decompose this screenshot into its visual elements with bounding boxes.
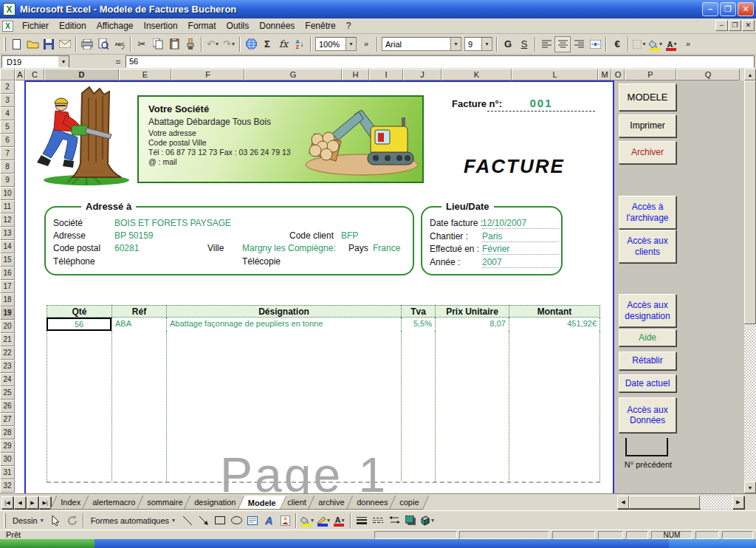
menu-item[interactable]: Format: [183, 19, 221, 32]
print-preview-icon[interactable]: [95, 36, 111, 52]
row-header[interactable]: 5: [0, 120, 15, 134]
shadow-icon[interactable]: [402, 513, 419, 528]
fill-color-icon[interactable]: ▾: [647, 36, 664, 52]
hyperlink-globe-icon[interactable]: [243, 36, 259, 52]
copy-icon[interactable]: [150, 36, 166, 52]
row-header[interactable]: 17: [0, 280, 15, 293]
cut-icon[interactable]: ✂: [134, 36, 150, 52]
row-header[interactable]: 26: [0, 400, 15, 413]
mail-icon[interactable]: [57, 36, 73, 52]
column-header[interactable]: O: [611, 69, 625, 81]
macro-button[interactable]: MODELE: [619, 83, 676, 111]
borders-icon[interactable]: ▾: [631, 36, 647, 52]
underline-icon[interactable]: S: [516, 36, 532, 52]
menu-item[interactable]: Outils: [221, 19, 255, 32]
toolbar-grip[interactable]: [4, 37, 6, 52]
menu-item[interactable]: Fichier: [17, 19, 54, 32]
spelling-icon[interactable]: ABC ✓: [111, 36, 128, 52]
merge-center-icon[interactable]: [587, 36, 603, 52]
text-box-icon[interactable]: [244, 513, 261, 528]
next-sheet-icon[interactable]: ▶: [27, 496, 38, 509]
row-header[interactable]: 28: [0, 426, 15, 439]
arrow-style-icon[interactable]: [386, 513, 402, 528]
align-right-icon[interactable]: [571, 36, 587, 52]
paste-function-icon[interactable]: fx: [275, 36, 292, 52]
name-box[interactable]: D19 ▾: [1, 55, 69, 68]
column-header[interactable]: D: [44, 69, 119, 81]
lieu-date-value[interactable]: 2007: [482, 257, 559, 268]
cell-montant[interactable]: 451,92€: [509, 318, 600, 331]
oval-tool-icon[interactable]: [228, 513, 244, 528]
column-header[interactable]: E: [119, 69, 171, 81]
print-icon[interactable]: [79, 36, 95, 52]
menu-item[interactable]: Affichage: [92, 19, 139, 32]
active-cell-qte[interactable]: 56: [47, 318, 111, 331]
workbook-restore-button[interactable]: ❐: [729, 20, 741, 31]
bold-icon[interactable]: G: [500, 36, 516, 52]
horizontal-scrollbar-track[interactable]: [700, 496, 732, 509]
sort-ascending-icon[interactable]: AZ ↓: [292, 36, 308, 52]
line-tool-icon[interactable]: [179, 513, 196, 528]
column-header[interactable]: P: [625, 69, 676, 81]
horizontal-scrollbar-thumb[interactable]: [629, 496, 700, 509]
font-dropdown-icon[interactable]: ▾: [450, 38, 461, 50]
pays-value[interactable]: France: [373, 243, 400, 253]
column-header[interactable]: J: [403, 69, 441, 81]
macro-button[interactable]: Date actuel: [619, 374, 676, 392]
societe-value[interactable]: BOIS ET FORETS PAYSAGE: [114, 218, 231, 228]
macro-button[interactable]: Accès à l'archivage: [619, 196, 676, 229]
font-color-icon[interactable]: A ▾: [664, 36, 680, 52]
more-buttons-icon[interactable]: »: [680, 36, 696, 52]
row-header[interactable]: 14: [0, 240, 15, 253]
menu-item[interactable]: Insertion: [139, 19, 183, 32]
macro-button[interactable]: Archiver: [619, 141, 676, 164]
row-header[interactable]: 19: [0, 306, 15, 320]
dessin-menu-button[interactable]: Dessin▾: [8, 514, 48, 527]
cell-designation[interactable]: Abattage façonnage de peupliers en tonne: [166, 318, 401, 331]
minimize-button[interactable]: –: [702, 2, 718, 16]
new-icon[interactable]: [8, 36, 24, 52]
zoom-dropdown-icon[interactable]: ▾: [346, 38, 356, 50]
menu-item[interactable]: Données: [254, 19, 300, 32]
column-header[interactable]: K: [441, 69, 512, 81]
column-header[interactable]: M: [598, 69, 611, 81]
lieu-date-value[interactable]: Paris: [482, 231, 559, 242]
menu-item[interactable]: Edition: [54, 19, 92, 32]
first-sheet-icon[interactable]: |◀: [1, 496, 13, 509]
column-header[interactable]: L: [512, 69, 598, 81]
adresse-value[interactable]: BP 50159: [114, 230, 154, 241]
line-style-icon[interactable]: [354, 513, 370, 528]
format-painter-icon[interactable]: [182, 36, 199, 52]
row-header[interactable]: 12: [0, 213, 15, 227]
menu-item[interactable]: Fenêtre: [300, 19, 340, 32]
align-left-icon[interactable]: [538, 36, 554, 52]
undo-icon[interactable]: ↶▾: [205, 36, 221, 52]
column-header[interactable]: A: [15, 69, 25, 81]
row-header[interactable]: 16: [0, 267, 15, 280]
wordart-icon[interactable]: A: [261, 513, 277, 528]
font-color-icon[interactable]: A ▾: [331, 513, 348, 528]
rectangle-tool-icon[interactable]: [212, 513, 228, 528]
autoshapes-menu-button[interactable]: Formes automatiques▾: [86, 514, 179, 527]
row-header[interactable]: 9: [0, 174, 15, 187]
row-header[interactable]: 15: [0, 253, 15, 267]
autosum-icon[interactable]: Σ: [259, 36, 275, 52]
sheet-tab[interactable]: copie: [389, 496, 430, 510]
row-header[interactable]: 30: [0, 453, 15, 466]
font-size-dropdown-icon[interactable]: ▾: [481, 38, 492, 50]
invoice-number-value[interactable]: 001: [487, 97, 595, 112]
row-header[interactable]: 6: [0, 134, 15, 147]
row-header[interactable]: 18: [0, 293, 15, 306]
row-header[interactable]: 7: [0, 147, 15, 160]
macro-button[interactable]: Accès aux clients: [619, 230, 676, 263]
scroll-down-icon[interactable]: ▼: [744, 482, 756, 493]
macro-button[interactable]: Aide: [619, 329, 676, 346]
workbook-minimize-button[interactable]: –: [715, 20, 728, 31]
row-header[interactable]: 27: [0, 413, 15, 426]
row-header[interactable]: 11: [0, 200, 15, 213]
dash-style-icon[interactable]: [370, 513, 386, 528]
row-header[interactable]: 31: [0, 466, 15, 479]
row-header[interactable]: 4: [0, 107, 15, 120]
taskbar-start-segment[interactable]: [0, 539, 94, 548]
macro-button[interactable]: Imprimer: [619, 114, 676, 137]
